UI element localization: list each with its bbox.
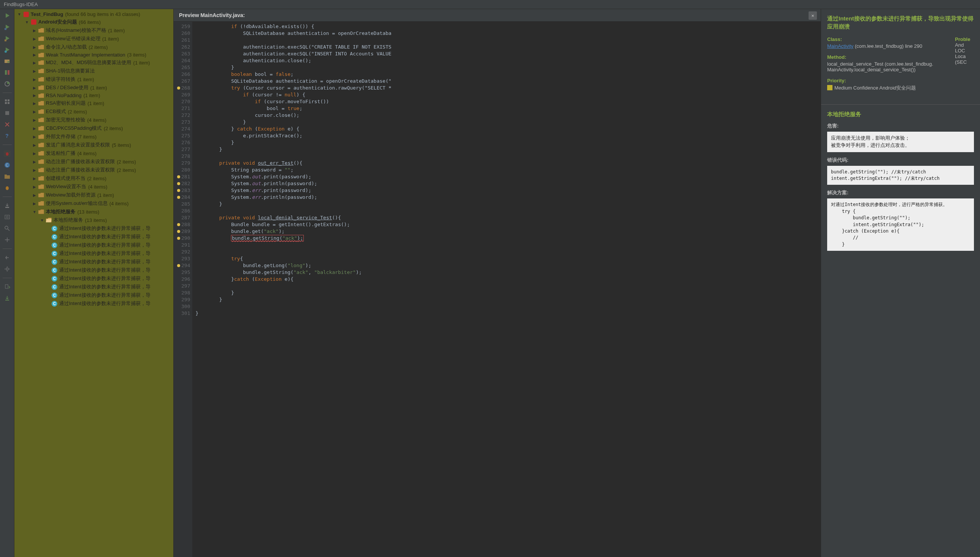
tree-category[interactable]: ▶错误字符转换 (1 item) (15, 75, 173, 83)
export2-icon[interactable] (4, 283, 11, 290)
chevron-right-icon[interactable]: ▶ (33, 28, 36, 32)
chevron-right-icon[interactable]: ▶ (33, 86, 36, 90)
tree-category[interactable]: ▶发送粘性广播 (4 items) (15, 149, 173, 158)
tree-category[interactable]: ▶Webview加载外部资源 (1 item) (15, 191, 173, 199)
chevron-right-icon[interactable]: ▶ (33, 101, 36, 105)
chevron-right-icon[interactable]: ▶ (33, 143, 36, 147)
chevron-right-icon[interactable]: ▶ (33, 69, 36, 73)
chevron-right-icon[interactable]: ▶ (33, 151, 36, 155)
folder-icon (38, 60, 44, 65)
close-preview-button[interactable]: × (809, 11, 817, 20)
stop-icon[interactable] (4, 110, 11, 116)
tree-category[interactable]: ▶发送广播消息未设置接受权限 (5 items) (15, 141, 173, 149)
tree-category[interactable]: ▶使用System.out/err输出信息 (4 items) (15, 199, 173, 208)
priority-text: Medium Confidence Android安全问题 (834, 85, 916, 91)
chevron-right-icon[interactable]: ▶ (33, 94, 36, 98)
chevron-right-icon[interactable]: ▶ (33, 77, 36, 81)
section-title: 本地拒绝服务 (827, 110, 974, 118)
chevron-right-icon[interactable]: ▶ (33, 176, 36, 180)
bug-item[interactable]: C通过Intent接收的参数未进行异常捕获，导 (15, 241, 173, 249)
tree-group[interactable]: ▼ Android安全问题 (66 items) (15, 18, 173, 26)
category-label: 外部文件存储 (46, 133, 75, 140)
tree-category[interactable]: ▶命令注入/动态加载 (2 items) (15, 43, 173, 51)
tree-category[interactable]: ▶外部文件存储 (7 items) (15, 132, 173, 141)
tree-category[interactable]: ▶动态注册广播接收器未设置权限 (2 items) (15, 158, 173, 166)
bug-red-icon[interactable] (4, 150, 11, 157)
tool-strip: ? C (0, 9, 15, 557)
diff-icon[interactable] (4, 69, 11, 76)
bug-item[interactable]: C通过Intent接收的参数未进行异常捕获，导 (15, 257, 173, 266)
tree-category[interactable]: ▶SHA-1弱信息摘要算法 (15, 67, 173, 75)
details-panel[interactable]: 通过Intent接收的参数未进行异常捕获，导致出现异常使得应用崩溃 Class:… (821, 9, 980, 557)
folder-run-icon[interactable] (4, 58, 11, 65)
bug-item[interactable]: C通过Intent接收的参数未进行异常捕获，导 (15, 233, 173, 241)
tree-category-open[interactable]: ▼ 本地拒绝服务 (13 items) (15, 208, 173, 216)
tree-category[interactable]: ▶RSA NoPadding (1 item) (15, 92, 173, 99)
bug-item[interactable]: C通过Intent接收的参数未进行异常捕获，导 (15, 274, 173, 283)
grid-icon[interactable] (4, 98, 11, 105)
bug-item[interactable]: C通过Intent接收的参数未进行异常捕获，导 (15, 291, 173, 300)
class-link[interactable]: MainActivity (827, 43, 853, 49)
settings-icon[interactable] (4, 265, 11, 272)
chevron-right-icon[interactable]: ▶ (33, 118, 36, 122)
filter-c-icon[interactable]: C (4, 162, 11, 168)
chevron-right-icon[interactable]: ▶ (33, 110, 36, 114)
tree-category[interactable]: ▶MD2、MD4、MD5弱信息摘要算法使用 (1 item) (15, 59, 173, 67)
bug-item[interactable]: C通过Intent接收的参数未进行异常捕获，导 (15, 224, 173, 233)
tree-category[interactable]: ▶ECB模式 (2 items) (15, 107, 173, 116)
export-icon[interactable] (4, 202, 11, 209)
tree-category[interactable]: ▶DES / DESede使用 (1 item) (15, 83, 173, 92)
import-icon[interactable] (4, 295, 11, 302)
chevron-right-icon[interactable]: ▶ (33, 193, 36, 197)
tree-category[interactable]: ▶WebView设置不当 (4 items) (15, 182, 173, 191)
play-package-icon[interactable] (4, 35, 11, 42)
chevron-right-icon[interactable]: ▶ (33, 185, 36, 189)
play-module-icon[interactable] (4, 23, 11, 30)
chevron-right-icon[interactable]: ▶ (33, 45, 36, 49)
tree-category[interactable]: ▶域名(Hostname)校验不严格 (1 item) (15, 26, 173, 34)
tree-category[interactable]: ▶RSA密钥长度问题 (1 item) (15, 99, 173, 107)
chevron-down-icon[interactable]: ▼ (40, 218, 44, 222)
tree-category[interactable]: ▶动态注册广播接收器未设置权限 (2 items) (15, 166, 173, 174)
tree-category[interactable]: ▶CBC/PKCS5Padding模式 (2 items) (15, 124, 173, 132)
bug-item[interactable]: C通过Intent接收的参数未进行异常捕获，导 (15, 300, 173, 308)
collapse-icon[interactable] (4, 236, 11, 243)
chevron-down-icon[interactable]: ▼ (25, 20, 29, 24)
bug-item[interactable]: C通过Intent接收的参数未进行异常捕获，导 (15, 283, 173, 291)
bug-orange-icon[interactable] (4, 184, 11, 191)
chevron-right-icon[interactable]: ▶ (33, 53, 36, 57)
magnify-icon[interactable] (4, 225, 11, 232)
folder-brown-icon[interactable] (4, 173, 11, 180)
play-icon[interactable] (4, 12, 11, 19)
bug-item[interactable]: C通过Intent接收的参数未进行异常捕获，导 (15, 266, 173, 274)
pie-icon[interactable] (4, 80, 11, 87)
chevron-right-icon[interactable]: ▶ (33, 168, 36, 172)
chevron-right-icon[interactable]: ▶ (33, 135, 36, 138)
chevron-down-icon[interactable]: ▼ (33, 210, 36, 213)
tree-root[interactable]: ▼ Test_FindBug (found 66 bug items in 43… (15, 11, 173, 18)
preview-panel: Preview MainActivity.java: × 25926026126… (174, 9, 821, 557)
tree-subcategory-open[interactable]: ▼ 本地拒绝服务 (13 items) (15, 216, 173, 224)
code-area[interactable]: 2592602612622632642652662672682692702712… (174, 22, 821, 557)
tree-category[interactable]: ▶Webview证书错误未处理 (1 item) (15, 34, 173, 43)
bug-item[interactable]: C通过Intent接收的参数未进行异常捕获，导 (15, 249, 173, 257)
chevron-right-icon[interactable]: ▶ (33, 37, 36, 41)
tree-category[interactable]: ▶Weak TrustManager Implementation (3 ite… (15, 51, 173, 59)
chevron-right-icon[interactable]: ▶ (33, 61, 36, 65)
chevron-right-icon[interactable]: ▶ (33, 160, 36, 163)
chevron-right-icon[interactable]: ▶ (33, 202, 36, 205)
tree-category[interactable]: ▶创建模式使用不当 (2 items) (15, 174, 173, 182)
play-class-icon[interactable] (4, 46, 11, 53)
chevron-down-icon[interactable]: ▼ (18, 13, 21, 16)
category-label: 创建模式使用不当 (46, 175, 85, 182)
close-red-icon[interactable] (4, 121, 11, 128)
bug-tree-panel[interactable]: ▼ Test_FindBug (found 66 bug items in 43… (15, 9, 174, 557)
chevron-right-icon[interactable]: ▶ (33, 126, 36, 130)
category-label: 使用System.out/err输出信息 (46, 200, 108, 207)
tree-category[interactable]: ▶加密无完整性校验 (4 items) (15, 116, 173, 124)
search-in-icon[interactable] (4, 213, 11, 220)
svg-line-21 (5, 153, 5, 153)
nav-prev-icon[interactable] (4, 254, 11, 261)
help-icon[interactable]: ? (4, 132, 11, 139)
category-label: 发送广播消息未设置接受权限 (46, 142, 110, 148)
